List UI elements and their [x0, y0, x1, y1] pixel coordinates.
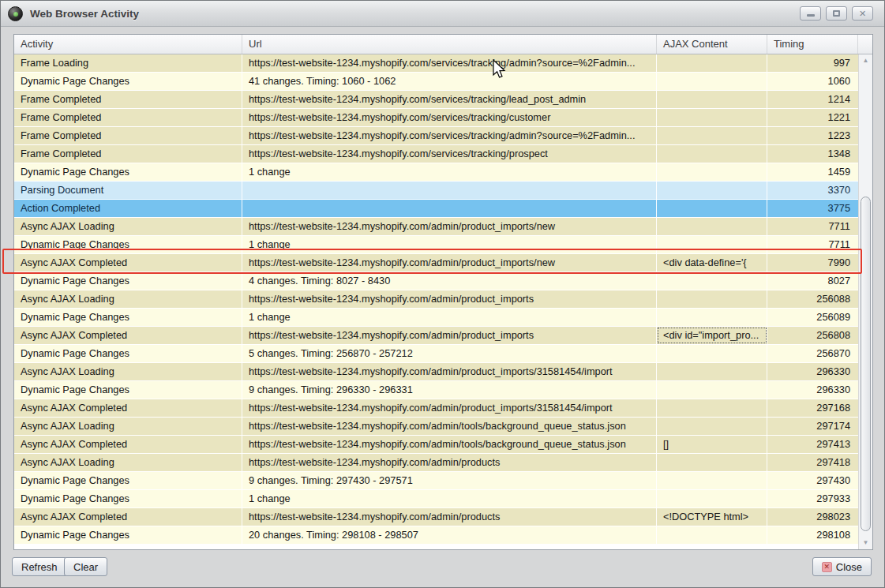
table-row[interactable]: Frame Loadinghttps://test-website-1234.m… — [14, 54, 858, 73]
cell-ajax-content — [657, 200, 767, 217]
table-row[interactable]: Dynamic Page Changes9 changes. Timing: 2… — [14, 381, 858, 399]
cell-ajax-content — [657, 381, 767, 399]
cell-ajax-content — [657, 363, 767, 380]
table-row[interactable]: Async AJAX Loadinghttps://test-website-1… — [14, 454, 858, 472]
refresh-button[interactable]: Refresh — [12, 557, 67, 576]
table-row[interactable]: Async AJAX Completedhttps://test-website… — [14, 254, 858, 272]
cell-ajax-content — [657, 73, 767, 90]
table-row[interactable]: Dynamic Page Changes1 change7711 — [14, 236, 858, 254]
cell-url — [242, 200, 657, 217]
cell-activity: Async AJAX Loading — [14, 218, 242, 235]
table-row[interactable]: Async AJAX Completedhttps://test-website… — [14, 327, 858, 345]
cell-timing: 256088 — [767, 290, 858, 308]
cell-timing: 1223 — [767, 127, 858, 144]
column-header-timing[interactable]: Timing — [767, 35, 858, 54]
cell-ajax-content — [657, 309, 767, 326]
table-row[interactable]: Async AJAX Completedhttps://test-website… — [14, 399, 858, 418]
cell-url: https://test-website-1234.myshopify.com/… — [242, 145, 657, 163]
window-title: Web Browser Activity — [30, 8, 139, 20]
cell-ajax-content — [657, 236, 767, 253]
table-row[interactable]: Frame Completedhttps://test-website-1234… — [14, 127, 858, 145]
table-row[interactable]: Dynamic Page Changes9 changes. Timing: 2… — [14, 472, 858, 490]
cell-timing: 296330 — [767, 363, 858, 380]
app-icon — [8, 6, 23, 21]
table-row[interactable]: Dynamic Page Changes1 change1459 — [14, 163, 858, 182]
table-row[interactable]: Dynamic Page Changes1 change256089 — [14, 309, 858, 327]
table-header: Activity Url AJAX Content Timing — [14, 35, 872, 54]
cell-timing: 997 — [767, 54, 858, 72]
cell-activity: Dynamic Page Changes — [14, 345, 242, 362]
cell-activity: Parsing Document — [14, 182, 242, 199]
cell-activity: Dynamic Page Changes — [14, 381, 242, 399]
table-row[interactable]: Async AJAX Completedhttps://test-website… — [14, 436, 858, 454]
cell-url: https://test-website-1234.myshopify.com/… — [242, 109, 657, 126]
cell-ajax-content — [657, 145, 767, 163]
cell-activity: Dynamic Page Changes — [14, 73, 242, 90]
column-header-spacer — [858, 35, 872, 54]
table-row[interactable]: Dynamic Page Changes20 changes. Timing: … — [14, 526, 858, 545]
cell-activity: Dynamic Page Changes — [14, 472, 242, 489]
column-header-activity[interactable]: Activity — [14, 35, 242, 54]
cell-activity: Frame Completed — [14, 109, 242, 126]
cell-activity: Dynamic Page Changes — [14, 490, 242, 507]
table-row[interactable]: Frame Completedhttps://test-website-1234… — [14, 145, 858, 163]
cell-timing: 3775 — [767, 200, 858, 217]
minimize-button[interactable] — [800, 6, 821, 21]
cell-ajax-content — [657, 109, 767, 126]
table-row[interactable]: Dynamic Page Changes4 changes. Timing: 8… — [14, 272, 858, 290]
cell-url: https://test-website-1234.myshopify.com/… — [242, 327, 657, 344]
titlebar[interactable]: Web Browser Activity ✕ — [1, 1, 884, 27]
table-row[interactable]: Dynamic Page Changes1 change297933 — [14, 490, 858, 508]
cell-activity: Frame Completed — [14, 145, 242, 163]
close-dialog-button[interactable]: ✕ Close — [812, 557, 872, 576]
table-row[interactable]: Dynamic Page Changes5 changes. Timing: 2… — [14, 345, 858, 363]
maximize-icon — [833, 10, 840, 17]
cell-timing: 297174 — [767, 418, 858, 435]
clear-button[interactable]: Clear — [64, 557, 107, 576]
cell-timing: 297418 — [767, 454, 858, 471]
cell-activity: Dynamic Page Changes — [14, 163, 242, 181]
table-row[interactable]: Async AJAX Completedhttps://test-website… — [14, 508, 858, 526]
cell-activity: Async AJAX Completed — [14, 436, 242, 453]
cell-timing: 297168 — [767, 399, 858, 417]
cell-activity: Dynamic Page Changes — [14, 309, 242, 326]
cell-timing: 297933 — [767, 490, 858, 507]
scroll-down-icon[interactable]: ▼ — [859, 537, 872, 549]
cell-url: 1 change — [242, 490, 657, 507]
column-header-ajax-content[interactable]: AJAX Content — [657, 35, 767, 54]
cell-timing: 298023 — [767, 508, 858, 526]
cell-timing: 7711 — [767, 218, 858, 235]
table-row[interactable]: Dynamic Page Changes41 changes. Timing: … — [14, 73, 858, 91]
column-header-url[interactable]: Url — [242, 35, 657, 54]
close-button-label: Close — [836, 561, 862, 573]
table-row[interactable]: Async AJAX Loadinghttps://test-website-1… — [14, 363, 858, 381]
cell-ajax-content — [657, 91, 767, 108]
cell-url: https://test-website-1234.myshopify.com/… — [242, 91, 657, 108]
cell-activity: Frame Completed — [14, 91, 242, 108]
maximize-button[interactable] — [826, 6, 847, 21]
cell-ajax-content — [657, 182, 767, 199]
table-row[interactable]: Async AJAX Loadinghttps://test-website-1… — [14, 290, 858, 309]
cell-timing: 7990 — [767, 254, 858, 272]
cell-ajax-content — [657, 399, 767, 417]
cell-timing: 296330 — [767, 381, 858, 399]
table-row[interactable]: Async AJAX Loadinghttps://test-website-1… — [14, 418, 858, 436]
table-row[interactable]: Async AJAX Loadinghttps://test-website-1… — [14, 218, 858, 236]
cell-url: https://test-website-1234.myshopify.com/… — [242, 127, 657, 144]
table-row[interactable]: Frame Completedhttps://test-website-1234… — [14, 109, 858, 127]
cell-activity: Dynamic Page Changes — [14, 526, 242, 544]
cell-activity: Async AJAX Loading — [14, 290, 242, 308]
cell-ajax-content — [657, 54, 767, 72]
cell-ajax-content — [657, 290, 767, 308]
scroll-up-icon[interactable]: ▲ — [859, 54, 872, 67]
table-row[interactable]: Parsing Document3370 — [14, 182, 858, 200]
vertical-scrollbar[interactable]: ▲ ▼ — [858, 54, 872, 549]
close-window-button[interactable]: ✕ — [852, 6, 873, 21]
cell-url: https://test-website-1234.myshopify.com/… — [242, 54, 657, 72]
app-icon-led — [13, 12, 18, 17]
table-row[interactable]: Frame Completedhttps://test-website-1234… — [14, 91, 858, 109]
table-row[interactable]: Action Completed3775 — [14, 200, 858, 218]
scrollbar-thumb[interactable] — [861, 197, 871, 531]
cell-timing: 3370 — [767, 182, 858, 199]
close-icon: ✕ — [859, 9, 866, 18]
